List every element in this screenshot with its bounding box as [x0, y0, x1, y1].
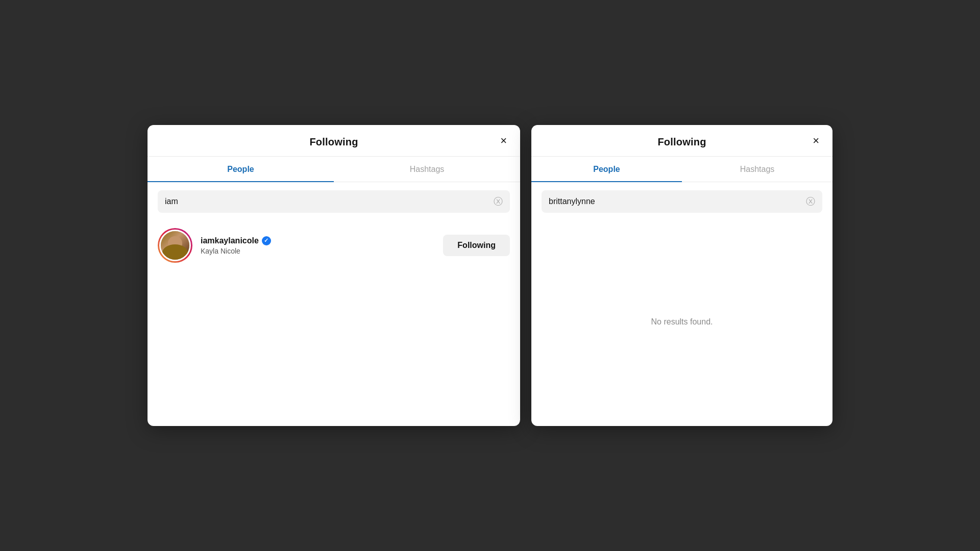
avatar-container: [158, 228, 192, 263]
modal-right-search-box: ⓧ: [542, 190, 822, 213]
person-username: iamkaylanicole: [201, 236, 443, 245]
modal-right-close-button[interactable]: ×: [811, 133, 821, 148]
modal-left-close-button[interactable]: ×: [498, 133, 509, 148]
verified-badge-icon: [262, 236, 271, 245]
avatar-image: [161, 231, 189, 260]
modal-left-results: iamkaylanicole Kayla Nicole Following: [148, 218, 520, 426]
modal-left-tabs: People Hashtags: [148, 157, 520, 182]
modals-container: Following × People Hashtags ⓧ: [148, 125, 832, 426]
tab-left-people[interactable]: People: [148, 157, 334, 182]
modal-left-title: Following: [309, 136, 358, 148]
modal-right-search-container: ⓧ: [531, 182, 832, 218]
username-text: iamkaylanicole: [201, 236, 259, 245]
person-info: iamkaylanicole Kayla Nicole: [201, 236, 443, 255]
modal-right-tabs: People Hashtags: [531, 157, 832, 182]
person-display-name: Kayla Nicole: [201, 247, 443, 255]
modal-left-search-container: ⓧ: [148, 182, 520, 218]
tab-right-hashtags[interactable]: Hashtags: [682, 157, 832, 182]
screen: Following × People Hashtags ⓧ: [0, 0, 980, 551]
modal-left-search-input[interactable]: [165, 197, 494, 206]
avatar: [159, 230, 191, 261]
tab-left-hashtags[interactable]: Hashtags: [334, 157, 520, 182]
modal-left: Following × People Hashtags ⓧ: [148, 125, 520, 426]
modal-right-search-input[interactable]: [549, 197, 806, 206]
modal-left-header: Following ×: [148, 125, 520, 157]
modal-left-search-box: ⓧ: [158, 190, 510, 213]
modal-right-search-clear-button[interactable]: ⓧ: [806, 195, 815, 208]
following-button[interactable]: Following: [443, 235, 510, 256]
modal-right-title: Following: [657, 136, 706, 148]
modal-left-search-clear-button[interactable]: ⓧ: [494, 195, 503, 208]
modal-right-header: Following ×: [531, 125, 832, 157]
no-results-text: No results found.: [531, 223, 832, 421]
modal-right-results: No results found.: [531, 218, 832, 426]
modal-right: Following × People Hashtags ⓧ No results…: [531, 125, 832, 426]
person-row: iamkaylanicole Kayla Nicole Following: [148, 223, 520, 268]
tab-right-people[interactable]: People: [531, 157, 682, 182]
